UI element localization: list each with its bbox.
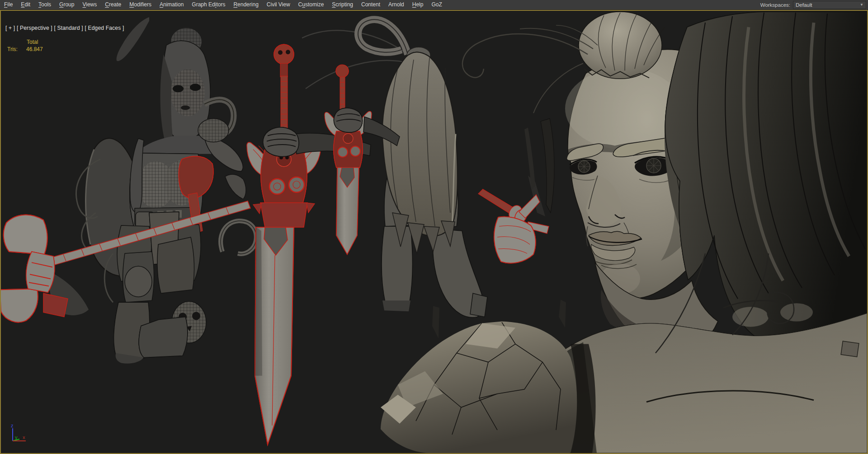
axis-y-label: y	[15, 435, 18, 440]
viewport-canvas[interactable]: z y x	[1, 11, 867, 453]
menu-bar-items: FileEditToolsGroupViewsCreateModifiersAn…	[0, 0, 446, 9]
perspective-viewport[interactable]: z y x [ + ] [ Perspective ] [ Standard ]…	[0, 10, 868, 454]
viewport-label[interactable]: [ + ] [ Perspective ] [ Standard ] [ Edg…	[5, 25, 124, 31]
menu-goz[interactable]: GoZ	[427, 0, 446, 9]
axis-x-label: x	[23, 435, 25, 440]
stats-tris-label: Tris:	[7, 46, 18, 52]
menu-customize[interactable]: Customize	[294, 0, 328, 9]
menu-tools[interactable]: Tools	[34, 0, 55, 9]
workspaces-label: Workspaces:	[760, 2, 790, 8]
stats-total-label: Total	[27, 39, 38, 45]
menu-arnold[interactable]: Arnold	[384, 0, 408, 9]
menu-file[interactable]: File	[0, 0, 17, 9]
axis-z-label: z	[11, 423, 13, 428]
menu-create[interactable]: Create	[101, 0, 125, 9]
stats-tris-value: 46.847	[26, 46, 43, 52]
menu-views[interactable]: Views	[78, 0, 101, 9]
menu-help[interactable]: Help	[408, 0, 428, 9]
menu-animation[interactable]: Animation	[156, 0, 188, 9]
menu-rendering[interactable]: Rendering	[229, 0, 262, 9]
menu-graph-editors[interactable]: Graph Editors	[188, 0, 229, 9]
menu-civil-view[interactable]: Civil View	[263, 0, 294, 9]
menu-group[interactable]: Group	[55, 0, 78, 9]
menu-content[interactable]: Content	[357, 0, 384, 9]
chevron-down-icon: ▼	[860, 3, 863, 7]
application-window: FileEditToolsGroupViewsCreateModifiersAn…	[0, 0, 868, 454]
workspaces-control: Workspaces: Default ▼	[760, 0, 866, 9]
menu-modifiers[interactable]: Modifiers	[125, 0, 156, 9]
menu-scripting[interactable]: Scripting	[328, 0, 357, 9]
workspaces-value: Default	[796, 2, 812, 8]
menu-edit[interactable]: Edit	[17, 0, 34, 9]
workspaces-dropdown[interactable]: Default ▼	[793, 1, 866, 9]
menu-bar: FileEditToolsGroupViewsCreateModifiersAn…	[0, 0, 868, 10]
